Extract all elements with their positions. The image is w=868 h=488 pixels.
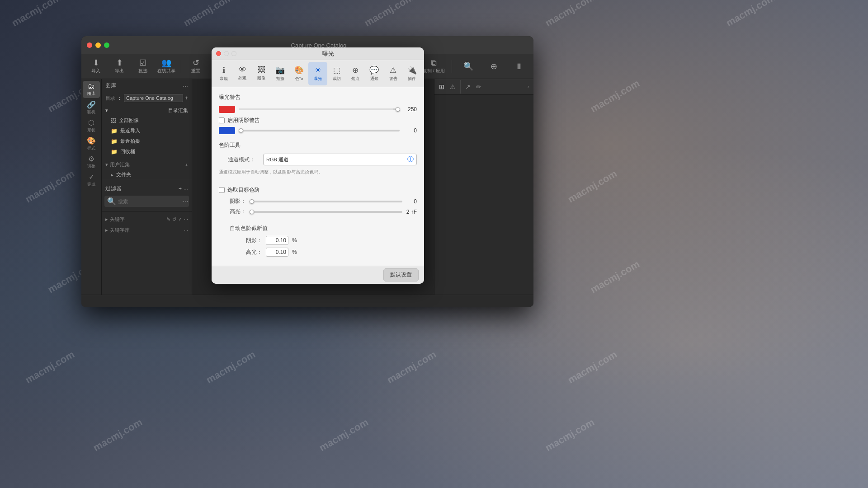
trash-icon: 📁	[111, 149, 118, 155]
tab-adjust[interactable]: ⚙ 调整	[83, 153, 100, 170]
shadow-clip-slider[interactable]	[250, 201, 402, 202]
histogram-section: 色阶工具 通道模式： RGB 通道 ⓘ 通道模式应用于自动调整，以及阴影与高光拾…	[219, 141, 417, 179]
keywords-section: ▸ 关键字 ✎ ↺ ✓ ··· ▸ 关键字库 ···	[102, 211, 192, 237]
shadow-slider-thumb[interactable]	[239, 128, 243, 133]
highlight-clip-slider[interactable]	[250, 211, 402, 213]
dialog-tab-exposure[interactable]: ☀ 曝光	[308, 62, 327, 85]
maximize-button[interactable]	[104, 42, 109, 48]
trash-item[interactable]: 📁 回收桶	[102, 146, 192, 157]
albums-section-title[interactable]: ▾ 目录汇集	[102, 106, 192, 115]
auto-shadow-row: 阴影： %	[219, 236, 417, 245]
import-button[interactable]: ⬇ 导入	[85, 56, 107, 77]
keywords-icon2[interactable]: ↺	[172, 216, 176, 222]
tab-link[interactable]: 🔗 联机	[83, 99, 100, 116]
dialog-tab-capture[interactable]: 📷 拍摄	[271, 62, 290, 85]
shadow-slider-track[interactable]	[239, 130, 400, 131]
search-more-icon[interactable]: ···	[182, 197, 188, 206]
shadow-clip-thumb[interactable]	[250, 199, 254, 204]
dialog-minimize-button[interactable]	[224, 51, 229, 56]
dialog-tab-crop[interactable]: ⬚ 裁切	[327, 62, 346, 85]
shadow-warning-checkbox[interactable]	[219, 117, 225, 123]
default-settings-button[interactable]: 默认设置	[383, 268, 419, 282]
dialog-tab-image[interactable]: 🖼 图像	[252, 62, 271, 85]
highlight-clip-thumb[interactable]	[250, 210, 254, 214]
online-share-button[interactable]: 👥 在线共享	[156, 56, 177, 77]
channel-mode-select[interactable]: RGB 通道 ⓘ	[263, 154, 417, 165]
tab-image-label: 图像	[257, 75, 265, 81]
folder-item[interactable]: ▸ 文件夹	[102, 169, 192, 180]
dialog-tab-info[interactable]: ℹ 常规	[214, 62, 233, 85]
select-arrow-icon: ⓘ	[407, 155, 414, 164]
auto-shadow-input[interactable]	[266, 236, 288, 245]
shape-tab-label: 形状	[87, 127, 95, 133]
tab-notify-label: 通知	[370, 76, 378, 82]
right-tab-chevron[interactable]: ›	[525, 83, 532, 90]
right-tab-alert[interactable]: ⚠	[447, 82, 458, 92]
dialog-tab-focus[interactable]: ⊕ 焦点	[346, 62, 365, 85]
tab-library[interactable]: 🗂 图库	[83, 81, 100, 98]
tab-shape[interactable]: ⬡ 形状	[83, 117, 100, 134]
auto-highlight-input[interactable]	[266, 248, 288, 257]
shape-icon: ⬡	[88, 118, 94, 127]
close-button[interactable]	[87, 42, 92, 48]
copy-apply2-button[interactable]: ⧉ 复制 / 应用	[421, 56, 446, 77]
highlight-slider-track[interactable]	[239, 108, 400, 110]
catalog-add-icon[interactable]: +	[185, 95, 188, 101]
all-images-item[interactable]: 🖼 全部图像	[102, 115, 192, 126]
user-albums-add-icon[interactable]: +	[185, 162, 188, 168]
search-input[interactable]	[118, 199, 180, 204]
dialog-tab-plugin[interactable]: 🔌 插件	[402, 62, 421, 85]
keyword-library-section-title[interactable]: ▸ 关键字库 ···	[102, 224, 192, 235]
tab-focus-label: 焦点	[351, 76, 359, 82]
target-clip-checkbox[interactable]	[219, 187, 225, 193]
keywords-section-title[interactable]: ▸ 关键字 ✎ ↺ ✓ ···	[102, 213, 192, 224]
dialog-tab-view[interactable]: 👁 外观	[233, 62, 252, 85]
keywords-more-icon[interactable]: ···	[184, 216, 188, 222]
tab-alert-label: 警告	[389, 76, 397, 82]
filter-more-icon[interactable]: ···	[184, 186, 188, 192]
highlight-slider-row: 250	[219, 106, 417, 113]
target-clip-section: 选取目标色阶 阴影： 0 高光： 2 ↑F	[219, 186, 417, 216]
sidebar-more-icon[interactable]: ···	[183, 82, 188, 89]
complete-tab-label: 完成	[87, 182, 95, 188]
tab-style[interactable]: 🎨 样式	[83, 135, 100, 152]
search-bar[interactable]: 🔍 ···	[104, 196, 189, 207]
shadow-clip-label: 阴影：	[230, 197, 246, 205]
select-button[interactable]: ☑ 挑选	[132, 56, 154, 77]
tab-focus-icon: ⊕	[352, 66, 359, 75]
tab-crop-label: 裁切	[333, 76, 341, 82]
bottom-bar	[81, 295, 533, 307]
tab-complete[interactable]: ✓ 完成	[83, 171, 100, 188]
keywords-icon3[interactable]: ✓	[178, 216, 182, 222]
right-tab-expand1[interactable]: ↗	[462, 82, 473, 92]
catalog-dropdown[interactable]: Capture One Catalog	[124, 94, 183, 102]
folder-icon: ▸	[111, 172, 113, 178]
export-button[interactable]: ⬆ 导出	[108, 56, 130, 77]
highlight-color-indicator[interactable]	[219, 106, 235, 113]
right-tab-expand2[interactable]: ✏	[473, 82, 484, 92]
reset-button[interactable]: ↺ 重置	[185, 56, 207, 77]
filter-add-icon[interactable]: +	[179, 186, 182, 192]
recent-import-item[interactable]: 📁 最近导入	[102, 126, 192, 136]
panel-toggle-button[interactable]: ⏸	[508, 56, 530, 77]
export-label: 导出	[115, 68, 124, 74]
dialog-close-button[interactable]	[216, 51, 221, 56]
dialog-tab-alert[interactable]: ⚠ 警告	[384, 62, 403, 85]
recent-capture-item[interactable]: 📁 最近拍摄	[102, 136, 192, 146]
tab-view-label: 外观	[238, 75, 246, 81]
view-options-button[interactable]: ⊕	[483, 56, 505, 77]
shadow-warning-checkbox-row: 启用阴影警告	[219, 117, 417, 124]
dialog-tab-notify[interactable]: 💬 通知	[365, 62, 384, 85]
link-tab-label: 联机	[87, 109, 95, 115]
keywords-icon1[interactable]: ✎	[166, 216, 170, 222]
dialog-tab-color[interactable]: 🎨 色°o	[290, 62, 309, 85]
right-tab-grid[interactable]: ⊞	[436, 82, 447, 92]
shadow-color-indicator[interactable]	[219, 127, 235, 134]
adjust-icon: ⚙	[88, 155, 94, 163]
highlight-slider-thumb[interactable]	[396, 107, 400, 112]
minimize-button[interactable]	[95, 42, 101, 48]
search-toolbar-button[interactable]: 🔍	[458, 56, 479, 77]
target-clip-label: 选取目标色阶	[227, 186, 260, 194]
keyword-lib-more-icon[interactable]: ···	[184, 228, 188, 233]
dialog-maximize-button[interactable]	[231, 51, 236, 56]
